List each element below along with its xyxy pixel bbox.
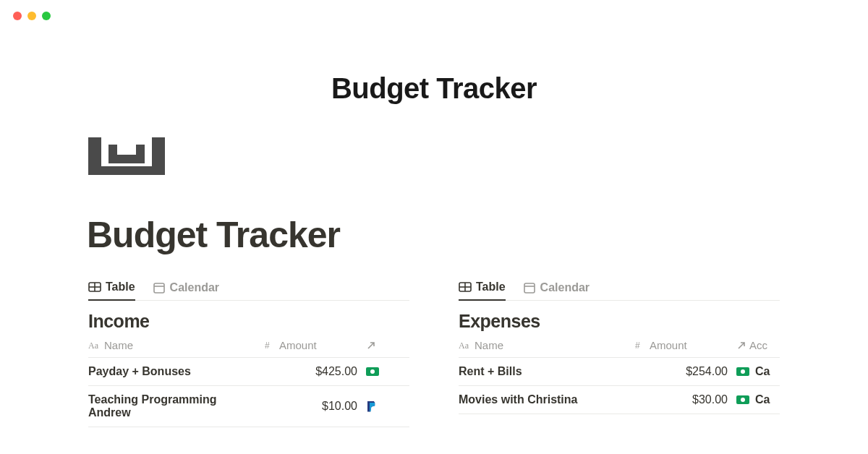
row-account-label: Ca	[755, 365, 770, 378]
income-panel: Table Calendar Income Aa Name # A	[88, 275, 409, 427]
table-icon	[459, 280, 472, 294]
close-window-icon[interactable]	[13, 12, 22, 20]
column-name[interactable]: Aa Name	[88, 339, 265, 351]
income-table-header: Aa Name # Amount	[88, 339, 409, 358]
row-amount: $254.00	[635, 365, 736, 378]
column-amount[interactable]: # Amount	[265, 339, 366, 351]
row-amount: $30.00	[635, 393, 736, 406]
row-account: Ca	[736, 365, 780, 378]
page-icon[interactable]	[88, 137, 165, 175]
row-account	[366, 367, 409, 376]
row-name: Rent + Bills	[459, 365, 635, 378]
column-account[interactable]: Acc	[736, 339, 780, 351]
cash-icon	[366, 367, 379, 376]
row-name: Teaching Programming Andrew	[88, 393, 265, 419]
tab-table-label: Table	[476, 280, 506, 294]
table-row[interactable]: Payday + Bonuses $425.00	[88, 358, 409, 386]
tab-calendar[interactable]: Calendar	[153, 275, 219, 301]
row-name: Movies with Christina	[459, 393, 635, 406]
income-view-tabs: Table Calendar	[88, 275, 409, 301]
row-amount: $10.00	[265, 400, 366, 413]
calendar-icon	[523, 281, 536, 294]
paypal-icon	[367, 401, 376, 412]
row-account	[366, 401, 409, 412]
row-account: Ca	[736, 393, 780, 406]
expenses-heading: Expenses	[459, 311, 780, 332]
row-amount: $425.00	[265, 365, 366, 378]
income-heading: Income	[88, 311, 409, 332]
text-type-icon: Aa	[459, 340, 470, 351]
table-row[interactable]: Movies with Christina $30.00 Ca	[459, 386, 780, 414]
table-row[interactable]: Rent + Bills $254.00 Ca	[459, 358, 780, 386]
cash-icon	[736, 395, 749, 404]
page-title[interactable]: Budget Tracker	[87, 214, 340, 256]
expenses-panel: Table Calendar Expenses Aa Name #	[459, 275, 780, 427]
svg-text:#: #	[265, 340, 270, 351]
svg-text:Aa: Aa	[459, 340, 469, 351]
svg-text:Aa: Aa	[88, 340, 99, 351]
row-name: Payday + Bonuses	[88, 365, 265, 378]
tab-table-label: Table	[106, 280, 135, 294]
svg-rect-2	[88, 166, 165, 175]
relation-type-icon	[736, 340, 746, 351]
number-type-icon: #	[635, 340, 645, 351]
column-amount-label: Amount	[650, 339, 687, 351]
svg-rect-16	[524, 283, 535, 293]
column-name-label: Name	[104, 339, 133, 351]
svg-rect-5	[109, 155, 145, 163]
table-row[interactable]: Teaching Programming Andrew $10.00	[88, 386, 409, 427]
tab-calendar-label: Calendar	[540, 281, 590, 294]
row-account-label: Ca	[755, 393, 770, 406]
column-account-label: Acc	[749, 339, 767, 351]
column-account[interactable]	[366, 339, 409, 351]
maximize-window-icon[interactable]	[42, 12, 51, 20]
tab-calendar[interactable]: Calendar	[523, 275, 590, 301]
column-amount[interactable]: # Amount	[635, 339, 736, 351]
header-title: Budget Tracker	[0, 72, 868, 105]
calendar-icon	[153, 281, 166, 294]
tab-calendar-label: Calendar	[170, 281, 219, 294]
minimize-window-icon[interactable]	[27, 12, 36, 20]
column-name[interactable]: Aa Name	[459, 339, 635, 351]
expenses-table-header: Aa Name # Amount Acc	[459, 339, 780, 358]
table-icon	[88, 280, 101, 294]
tab-table[interactable]: Table	[88, 275, 135, 301]
window-traffic-lights	[13, 12, 51, 20]
relation-type-icon	[366, 340, 376, 351]
tab-table[interactable]: Table	[459, 275, 506, 301]
column-amount-label: Amount	[279, 339, 317, 351]
expenses-view-tabs: Table Calendar	[459, 275, 780, 301]
money-tray-icon	[88, 137, 165, 175]
svg-rect-9	[154, 283, 164, 293]
column-name-label: Name	[475, 339, 503, 351]
cash-icon	[736, 367, 749, 376]
text-type-icon: Aa	[88, 340, 100, 351]
svg-text:#: #	[635, 340, 640, 351]
number-type-icon: #	[265, 340, 275, 351]
